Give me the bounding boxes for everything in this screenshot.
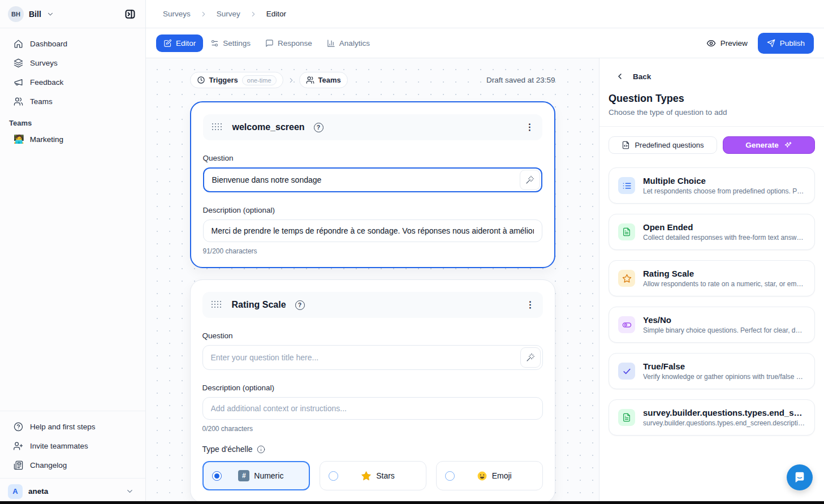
sidebar-item-surveys[interactable]: Surveys [0, 53, 145, 72]
question-type-description: survey.builder.questions.types.end_scree… [643, 419, 805, 427]
survey-canvas: Triggers one-time Teams Draft saved at 2… [146, 58, 599, 504]
sidebar-item-label: Changelog [30, 461, 67, 469]
question-type-rating-scale[interactable]: Rating Scale Allow respondents to rate o… [609, 260, 815, 296]
breadcrumb-survey[interactable]: Survey [217, 10, 240, 18]
question-title-input[interactable] [203, 167, 542, 192]
question-type-multiple-choice[interactable]: Multiple Choice Let respondents choose f… [609, 167, 815, 204]
app-root: BH Bill Dashboard Surveys Feedback T [0, 0, 824, 504]
drag-handle-icon[interactable] [212, 301, 223, 309]
sidebar-item-feedback[interactable]: Feedback [0, 72, 145, 92]
sidebar-item-label: Dashboard [30, 40, 67, 48]
question-description-input[interactable] [202, 397, 543, 420]
bottom-screen-strip [0, 501, 824, 504]
sidebar: BH Bill Dashboard Surveys Feedback T [0, 0, 146, 504]
toolbar-actions: Preview Publish [706, 33, 814, 54]
chat-widget-button[interactable] [787, 464, 813, 490]
user-plus-icon [14, 441, 23, 451]
workspace-avatar: BH [8, 6, 24, 22]
predefined-questions-button[interactable]: Predefined questions [609, 136, 717, 154]
question-type-title: Open Ended [643, 222, 805, 232]
sidebar-item-help[interactable]: Help and first steps [0, 417, 145, 436]
scale-option-emoji[interactable]: Emoji [436, 461, 543, 490]
chevron-down-icon [46, 10, 54, 18]
scale-option-stars[interactable]: Stars [320, 461, 426, 490]
panel-divider [599, 126, 824, 127]
settings-icon [210, 39, 219, 48]
tab-settings[interactable]: Settings [203, 35, 258, 52]
users-icon [14, 97, 23, 106]
question-title-input[interactable] [202, 345, 543, 370]
sidebar-item-teams[interactable]: Teams [0, 92, 145, 111]
tab-analytics[interactable]: Analytics [320, 35, 377, 52]
magic-wand-button[interactable] [520, 347, 541, 368]
preview-button[interactable]: Preview [706, 38, 748, 48]
question-type-open-ended[interactable]: Open Ended Collect detailed responses wi… [609, 214, 815, 250]
question-card-title: welcome_screen [232, 122, 305, 132]
chevron-left-icon [615, 72, 624, 81]
chevron-right-icon [200, 10, 208, 18]
publish-button[interactable]: Publish [758, 33, 814, 54]
question-type-description: Let respondents choose from predefined o… [643, 187, 805, 195]
question-type-description: Collect detailed responses with free-for… [643, 234, 805, 242]
sidebar-nav: Dashboard Surveys Feedback Teams Teams 🧑… [0, 28, 145, 149]
question-type-description: Allow respondents to rate on a numeric, … [643, 280, 805, 288]
question-card-rating-scale[interactable]: Rating Scale ? ⋮ Question Description (o… [190, 279, 555, 503]
question-type-end-screen[interactable]: survey.builder.questions.types.end_scr..… [609, 399, 815, 436]
magic-wand-button[interactable] [520, 170, 540, 190]
char-count: 91/200 characters [203, 247, 542, 255]
sidebar-team-marketing[interactable]: 🧑‍💻 Marketing [0, 130, 145, 149]
back-button[interactable]: Back [599, 72, 824, 81]
check-icon [618, 363, 635, 380]
question-type-text: Multiple Choice Let respondents choose f… [643, 176, 805, 195]
breadcrumb-surveys[interactable]: Surveys [163, 10, 191, 18]
breadcrumb-editor: Editor [266, 10, 286, 18]
radio-icon [329, 471, 338, 481]
sidebar-item-changelog[interactable]: Changelog [0, 455, 145, 475]
tab-label: Response [278, 39, 312, 48]
file-text-icon [618, 409, 635, 426]
char-count: 0/200 characters [202, 425, 543, 433]
question-description-input[interactable] [203, 219, 542, 242]
teams-pill-label: Teams [318, 76, 341, 84]
drag-handle-icon[interactable] [212, 123, 223, 132]
question-card-welcome-screen[interactable]: welcome_screen ? ⋮ Question Description … [190, 101, 555, 268]
workspace-switcher[interactable]: BH Bill [0, 0, 145, 28]
file-text-icon [618, 223, 635, 240]
generate-label: Generate [745, 141, 779, 149]
toggle-icon [618, 316, 635, 333]
preview-label: Preview [721, 39, 748, 48]
help-circle-icon[interactable]: ? [295, 300, 305, 310]
panel-actions: Predefined questions Generate [599, 136, 824, 154]
scale-option-numeric[interactable]: # Numeric [202, 461, 310, 490]
trigger-frequency-badge: one-time [242, 75, 277, 85]
chat-bubble-icon [793, 471, 806, 484]
teams-pill[interactable]: Teams [299, 72, 348, 88]
team-name: Marketing [30, 135, 63, 144]
sidebar-item-label: Feedback [30, 78, 63, 87]
sidebar-item-label: Surveys [30, 59, 58, 67]
wand-icon [525, 175, 534, 184]
tab-response[interactable]: Response [258, 35, 320, 52]
chevron-right-icon [287, 76, 295, 84]
tab-editor[interactable]: Editor [156, 35, 203, 52]
sidebar-item-invite[interactable]: Invite teammates [0, 436, 145, 455]
number-keycap-icon: # [238, 470, 249, 481]
team-emoji-icon: 🧑‍💻 [14, 134, 24, 144]
sidebar-spacer [0, 149, 145, 411]
kebab-menu-icon[interactable]: ⋮ [526, 300, 535, 309]
question-type-yes-no[interactable]: Yes/No Simple binary choice questions. P… [609, 307, 815, 343]
kebab-menu-icon[interactable]: ⋮ [525, 123, 534, 132]
generate-button[interactable]: Generate [723, 136, 815, 154]
description-label: Description (optional) [202, 384, 543, 392]
triggers-pill[interactable]: Triggers one-time [190, 72, 283, 88]
question-type-true-false[interactable]: True/False Verify knowledge or gather op… [609, 353, 815, 389]
predefined-questions-label: Predefined questions [635, 141, 704, 149]
sidebar-collapse-button[interactable] [122, 6, 139, 23]
help-circle-icon[interactable]: ? [314, 123, 323, 132]
sidebar-item-dashboard[interactable]: Dashboard [0, 34, 145, 53]
question-type-text: Open Ended Collect detailed responses wi… [643, 222, 805, 242]
user-menu[interactable]: A aneta [0, 478, 145, 504]
publish-label: Publish [780, 39, 805, 48]
info-icon[interactable] [257, 445, 265, 454]
tab-label: Settings [223, 39, 251, 48]
